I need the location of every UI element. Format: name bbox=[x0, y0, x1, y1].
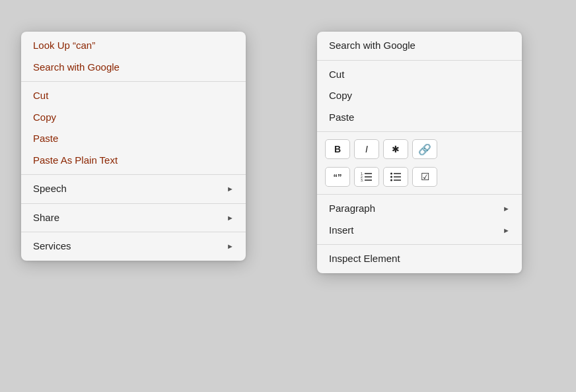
lookup-can-label: Look Up “can” bbox=[33, 38, 95, 53]
speech-item[interactable]: Speech ► bbox=[21, 178, 246, 200]
copy-item-right[interactable]: Copy bbox=[317, 85, 522, 107]
unordered-list-button[interactable] bbox=[383, 167, 408, 187]
search-google-item-right[interactable]: Search with Google bbox=[317, 35, 522, 57]
right-context-menu: Search with Google Cut Copy Paste B I ✱ … bbox=[317, 32, 522, 273]
right-menu-section-5: Inspect Element bbox=[317, 245, 522, 273]
share-label: Share bbox=[33, 211, 59, 226]
right-menu-section-2: Cut Copy Paste bbox=[317, 61, 522, 133]
insert-arrow-icon: ► bbox=[503, 225, 510, 236]
left-menu-section-2: Cut Copy Paste Paste As Plain Text bbox=[21, 82, 246, 175]
share-item[interactable]: Share ► bbox=[21, 207, 246, 229]
cut-label-right: Cut bbox=[329, 67, 344, 82]
checklist-button[interactable]: ☑ bbox=[412, 167, 437, 187]
left-menu-section-4: Share ► bbox=[21, 204, 246, 233]
inspect-element-label: Inspect Element bbox=[329, 251, 400, 267]
cut-label-left: Cut bbox=[33, 88, 48, 104]
paragraph-arrow-icon: ► bbox=[503, 203, 510, 214]
right-menu-section-4: Paragraph ► Insert ► bbox=[317, 195, 522, 245]
copy-item-left[interactable]: Copy bbox=[21, 107, 246, 129]
copy-label-right: Copy bbox=[329, 88, 352, 104]
format-section: B I ✱ 🔗 “” 1. 2. 3. bbox=[317, 132, 522, 195]
left-menu-section-3: Speech ► bbox=[21, 175, 246, 204]
search-google-label-left: Search with Google bbox=[33, 60, 120, 75]
format-row-1: B I ✱ 🔗 bbox=[317, 135, 522, 163]
services-label: Services bbox=[33, 239, 71, 254]
svg-point-10 bbox=[390, 176, 392, 178]
cut-item-left[interactable]: Cut bbox=[21, 85, 246, 107]
paragraph-item[interactable]: Paragraph ► bbox=[317, 198, 522, 220]
insert-label: Insert bbox=[329, 223, 354, 238]
paste-item-right[interactable]: Paste bbox=[317, 107, 522, 129]
asterisk-button[interactable]: ✱ bbox=[383, 139, 408, 159]
search-google-item-left[interactable]: Search with Google bbox=[21, 57, 246, 79]
paste-item-left[interactable]: Paste bbox=[21, 128, 246, 150]
cut-item-right[interactable]: Cut bbox=[317, 64, 522, 86]
share-arrow-icon: ► bbox=[227, 212, 234, 224]
paste-label-right: Paste bbox=[329, 110, 354, 125]
svg-text:3.: 3. bbox=[361, 178, 363, 182]
quote-button[interactable]: “” bbox=[325, 167, 350, 187]
left-menu-section-1: Look Up “can” Search with Google bbox=[21, 32, 246, 82]
ordered-list-button[interactable]: 1. 2. 3. bbox=[354, 167, 379, 187]
lookup-can-item[interactable]: Look Up “can” bbox=[21, 35, 246, 57]
paragraph-label: Paragraph bbox=[329, 201, 375, 216]
paste-label-left: Paste bbox=[33, 131, 58, 147]
paste-plain-label: Paste As Plain Text bbox=[33, 153, 118, 168]
right-menu-section-1: Search with Google bbox=[317, 32, 522, 61]
search-google-label-right: Search with Google bbox=[329, 38, 415, 53]
format-row-2: “” 1. 2. 3. bbox=[317, 163, 522, 191]
insert-item[interactable]: Insert ► bbox=[317, 220, 522, 242]
copy-label-left: Copy bbox=[33, 110, 56, 125]
svg-point-11 bbox=[390, 180, 392, 181]
left-menu-section-5: Services ► bbox=[21, 232, 246, 261]
link-button[interactable]: 🔗 bbox=[412, 139, 437, 159]
bold-button[interactable]: B bbox=[325, 139, 350, 159]
speech-label: Speech bbox=[33, 181, 67, 197]
paste-plain-item[interactable]: Paste As Plain Text bbox=[21, 150, 246, 172]
services-arrow-icon: ► bbox=[227, 241, 234, 252]
italic-button[interactable]: I bbox=[354, 139, 379, 159]
speech-arrow-icon: ► bbox=[227, 183, 234, 195]
svg-point-9 bbox=[390, 173, 392, 175]
left-context-menu: Look Up “can” Search with Google Cut Cop… bbox=[21, 32, 246, 261]
services-item[interactable]: Services ► bbox=[21, 236, 246, 257]
inspect-element-item[interactable]: Inspect Element bbox=[317, 248, 522, 270]
